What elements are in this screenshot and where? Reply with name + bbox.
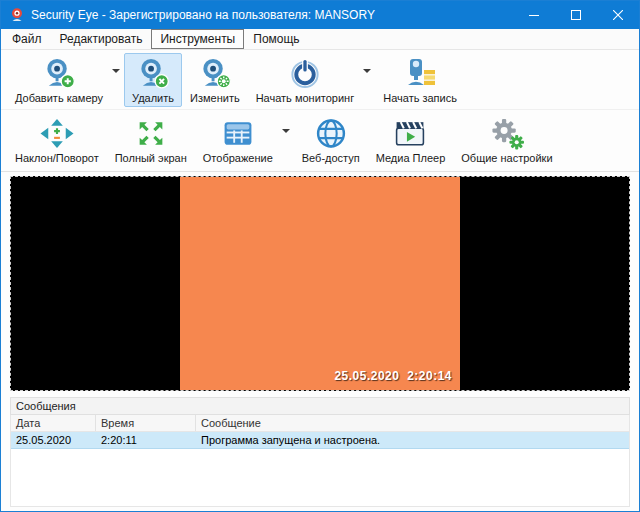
start-recording-label: Начать запись — [383, 92, 457, 104]
record-camera-icon — [403, 57, 437, 90]
pan-tilt-label: Наклон/Поворот — [15, 152, 99, 164]
close-button[interactable] — [597, 1, 639, 29]
maximize-button[interactable] — [555, 1, 597, 29]
chevron-down-icon — [112, 69, 120, 73]
add-camera-dropdown[interactable] — [111, 53, 124, 73]
maximize-icon — [571, 10, 581, 20]
add-camera-label: Добавить камеру — [15, 92, 103, 104]
delete-camera-label: Удалить — [132, 92, 174, 104]
table-row[interactable]: 25.05.2020 2:20:11 Программа запущена и … — [11, 432, 629, 449]
media-player-label: Медиа Плеер — [376, 152, 446, 164]
camera-feed[interactable]: 25.05.2020 2:20:14 — [180, 177, 460, 390]
webcam-add-icon — [42, 57, 76, 90]
menu-file[interactable]: Файл — [3, 29, 51, 49]
menu-edit[interactable]: Редактировать — [51, 29, 152, 49]
fullscreen-button[interactable]: Полный экран — [107, 113, 195, 167]
column-header-message[interactable]: Сообщение — [196, 415, 629, 431]
messages-panel: Сообщения Дата Время Сообщение 25.05.202… — [10, 397, 630, 507]
fullscreen-label: Полный экран — [115, 152, 187, 164]
start-monitoring-button[interactable]: Начать мониторинг — [248, 53, 363, 107]
globe-icon — [314, 117, 348, 150]
title-bar: Security Eye - Зарегистрировано на польз… — [1, 1, 639, 29]
fullscreen-expand-icon — [134, 117, 168, 150]
video-area: 25.05.2020 2:20:14 — [10, 176, 630, 391]
settings-button[interactable]: Общие настройки — [453, 113, 560, 167]
close-icon — [613, 10, 623, 20]
menu-bar: Файл Редактировать Инструменты Помощь — [1, 29, 639, 50]
menu-tools[interactable]: Инструменты — [151, 29, 244, 49]
clapperboard-play-icon — [393, 117, 427, 150]
webcam-delete-icon — [136, 57, 170, 90]
start-monitoring-dropdown[interactable] — [362, 53, 375, 73]
web-access-label: Веб-доступ — [302, 152, 360, 164]
media-player-button[interactable]: Медиа Плеер — [368, 113, 454, 167]
security-eye-window: Security Eye - Зарегистрировано на польз… — [0, 0, 640, 512]
table-empty-area — [11, 449, 629, 506]
chevron-down-icon — [363, 69, 371, 73]
display-label: Отображение — [203, 152, 273, 164]
web-access-button[interactable]: Веб-доступ — [294, 113, 368, 167]
messages-table: Дата Время Сообщение 25.05.2020 2:20:11 … — [10, 415, 630, 507]
minimize-icon — [529, 10, 539, 20]
messages-table-header: Дата Время Сообщение — [11, 415, 629, 432]
edit-camera-button[interactable]: Изменить — [182, 53, 248, 107]
row-message: Программа запущена и настроена. — [196, 432, 629, 448]
start-monitoring-label: Начать мониторинг — [256, 92, 355, 104]
chevron-down-icon — [282, 129, 290, 133]
add-camera-button[interactable]: Добавить камеру — [7, 53, 111, 107]
display-button[interactable]: Отображение — [195, 113, 281, 167]
toolbar-view: Наклон/Поворот Полный экран — [1, 110, 639, 172]
pan-tilt-arrows-icon — [38, 117, 76, 150]
delete-camera-button[interactable]: Удалить — [124, 53, 182, 107]
settings-label: Общие настройки — [461, 152, 552, 164]
webcam-edit-icon — [198, 57, 232, 90]
messages-header: Сообщения — [10, 397, 630, 415]
column-header-time[interactable]: Время — [96, 415, 196, 431]
minimize-button[interactable] — [513, 1, 555, 29]
start-recording-button[interactable]: Начать запись — [375, 53, 465, 107]
row-date: 25.05.2020 — [11, 432, 96, 448]
feed-timestamp: 25.05.2020 2:20:14 — [334, 369, 452, 383]
app-webcam-icon — [9, 7, 25, 23]
window-title: Security Eye - Зарегистрировано на польз… — [31, 8, 513, 22]
menu-help[interactable]: Помощь — [244, 29, 308, 49]
display-dropdown[interactable] — [281, 113, 294, 133]
column-header-date[interactable]: Дата — [11, 415, 96, 431]
edit-camera-label: Изменить — [190, 92, 240, 104]
power-monitoring-icon — [288, 57, 322, 90]
row-time: 2:20:11 — [96, 432, 196, 448]
pan-tilt-button[interactable]: Наклон/Поворот — [7, 113, 107, 167]
display-grid-icon — [221, 117, 255, 150]
gears-icon — [489, 117, 525, 150]
toolbar-cameras: Добавить камеру Удалить — [1, 50, 639, 110]
